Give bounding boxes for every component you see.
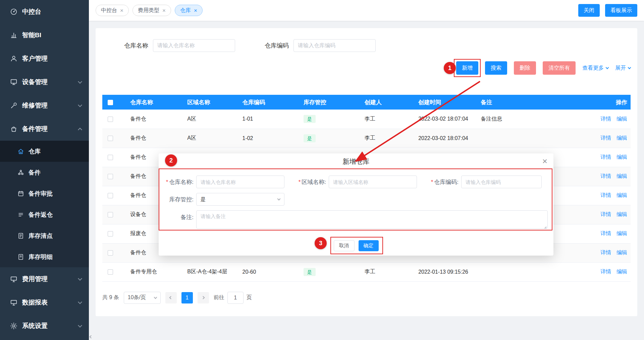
close-page-button[interactable]: 关闭 — [578, 4, 600, 17]
close-icon[interactable]: × — [120, 8, 123, 13]
row-checkbox[interactable] — [108, 136, 113, 141]
detail-link[interactable]: 详情 — [600, 211, 611, 217]
sidebar-item-expense[interactable]: 费用管理 — [0, 267, 89, 291]
edit-link[interactable]: 编辑 — [616, 173, 627, 179]
sidebar-item-repair[interactable]: 维修管理 — [0, 94, 89, 117]
breadcrumb-tag[interactable]: 费用类型× — [132, 5, 171, 16]
row-checkbox[interactable] — [108, 250, 113, 256]
remark-textarea[interactable] — [196, 210, 548, 229]
row-checkbox[interactable] — [108, 269, 113, 275]
edit-link[interactable]: 编辑 — [616, 250, 627, 255]
breadcrumb-tag[interactable]: 仓库× — [175, 5, 203, 16]
chevron-right-icon — [202, 296, 205, 299]
sidebar-subitem-label: 库存明细 — [29, 253, 53, 261]
warehouse-name-input[interactable] — [153, 39, 235, 52]
edit-link[interactable]: 编辑 — [616, 230, 627, 236]
goto-page-input[interactable] — [227, 292, 244, 304]
row-checkbox[interactable] — [108, 117, 113, 122]
top-actions: 关闭 看板展示 — [578, 4, 637, 17]
sidebar-item-customers[interactable]: 客户管理 — [0, 47, 89, 70]
sidebar-subitem-inventory-detail[interactable]: 库存明细 — [0, 246, 89, 267]
expense-icon — [10, 275, 17, 283]
sidebar-collapse-icon[interactable] — [90, 333, 92, 339]
column-header: 仓库编码 — [239, 95, 300, 110]
detail-link[interactable]: 详情 — [600, 250, 611, 255]
cell-warehouse-name: 备件专用仓 — [127, 262, 184, 281]
expand-link[interactable]: 展开 — [615, 65, 631, 72]
row-checkbox[interactable] — [108, 174, 113, 179]
close-icon[interactable]: × — [542, 157, 547, 165]
sidebar-subitem-parts[interactable]: 备件 — [0, 162, 89, 183]
sidebar-item-reports[interactable]: 数据报表 — [0, 291, 89, 314]
dashboard-icon — [10, 8, 17, 15]
edit-link[interactable]: 编辑 — [616, 211, 627, 217]
sidebar-item-spare-parts[interactable]: 备件管理 — [0, 117, 89, 141]
edit-link[interactable]: 编辑 — [616, 192, 627, 198]
detail-link[interactable]: 详情 — [600, 192, 611, 198]
sidebar-subitem-inventory-check[interactable]: 库存清点 — [0, 225, 89, 246]
sidebar-subitem-label: 备件审批 — [29, 190, 53, 198]
chevron-down-icon — [277, 197, 281, 201]
row-checkbox[interactable] — [108, 193, 113, 198]
row-checkbox[interactable] — [108, 212, 113, 217]
prev-page-button[interactable] — [165, 292, 177, 303]
detail-link[interactable]: 详情 — [600, 116, 611, 122]
row-checkbox[interactable] — [108, 231, 113, 236]
detail-link[interactable]: 详情 — [600, 269, 611, 274]
annotation-step-2: 2 — [165, 154, 177, 166]
detail-link[interactable]: 详情 — [600, 230, 611, 236]
edit-link[interactable]: 编辑 — [616, 116, 627, 122]
warehouse-name-label: 仓库名称 — [124, 42, 148, 50]
delete-button[interactable]: 删除 — [514, 61, 536, 75]
board-display-button[interactable]: 看板展示 — [605, 4, 637, 17]
warehouse-code-input[interactable] — [293, 39, 376, 52]
modal-warehouse-name-label: *仓库名称: — [162, 178, 196, 186]
sidebar-subitem-warehouse[interactable]: 仓库 — [0, 141, 89, 162]
modal-area-name-input[interactable] — [329, 176, 417, 188]
breadcrumb-tag[interactable]: 中控台× — [96, 5, 129, 16]
cell-code: 1-02 — [239, 129, 300, 148]
close-icon[interactable]: × — [194, 8, 197, 13]
edit-link[interactable]: 编辑 — [616, 269, 627, 274]
detail-link[interactable]: 详情 — [600, 173, 611, 179]
tab-tags: 中控台×费用类型×仓库× — [96, 5, 206, 16]
edit-link[interactable]: 编辑 — [616, 135, 627, 141]
modal-warehouse-code-label: *仓库编码: — [427, 178, 461, 186]
sidebar-item-dashboard[interactable]: 中控台 — [0, 0, 89, 23]
annotation-step-3: 3 — [315, 237, 327, 249]
next-page-button[interactable] — [198, 292, 209, 303]
view-more-link[interactable]: 查看更多 — [582, 65, 608, 72]
add-button[interactable]: 新增 — [456, 61, 478, 75]
detail-link[interactable]: 详情 — [600, 135, 611, 141]
chevron-down-icon — [628, 66, 631, 69]
confirm-button[interactable]: 确定 — [359, 240, 379, 251]
modal-warehouse-name-input[interactable] — [196, 176, 284, 188]
cell-warehouse-name: 备件仓 — [127, 110, 184, 129]
sidebar-subitem-parts-return[interactable]: 备件返仓 — [0, 204, 89, 225]
repair-icon — [10, 102, 17, 109]
search-button[interactable]: 搜索 — [485, 61, 507, 75]
sidebar-item-smart-bi[interactable]: 智能BI — [0, 23, 89, 47]
chevron-down-icon — [78, 79, 82, 84]
detail-link[interactable]: 详情 — [600, 154, 611, 160]
page-size-select[interactable]: 10条/页 — [124, 292, 161, 304]
stock-control-select[interactable]: 是 — [196, 193, 284, 206]
sidebar-item-label: 费用管理 — [22, 275, 48, 283]
sidebar-item-settings[interactable]: 系统设置 — [0, 314, 89, 338]
cancel-button[interactable]: 取消 — [334, 240, 355, 251]
modal-warehouse-code-input[interactable] — [461, 176, 542, 188]
edit-link[interactable]: 编辑 — [616, 154, 627, 160]
clear-all-button[interactable]: 清空所有 — [543, 61, 576, 75]
close-icon[interactable]: × — [162, 8, 166, 13]
sidebar-item-label: 中控台 — [22, 7, 41, 16]
sidebar-item-label: 设备管理 — [22, 78, 48, 86]
sidebar-subitem-parts-approval[interactable]: 备件审批 — [0, 183, 89, 204]
select-all-checkbox[interactable] — [108, 100, 113, 105]
cell-control: 是 — [300, 262, 361, 281]
row-checkbox[interactable] — [108, 155, 113, 160]
sidebar-item-devices[interactable]: 设备管理 — [0, 70, 89, 94]
customers-icon — [10, 55, 17, 62]
chevron-down-icon — [78, 276, 82, 281]
page-1-button[interactable]: 1 — [181, 292, 193, 303]
cell-time: 2022-03-02 18:07:04 — [415, 129, 477, 148]
